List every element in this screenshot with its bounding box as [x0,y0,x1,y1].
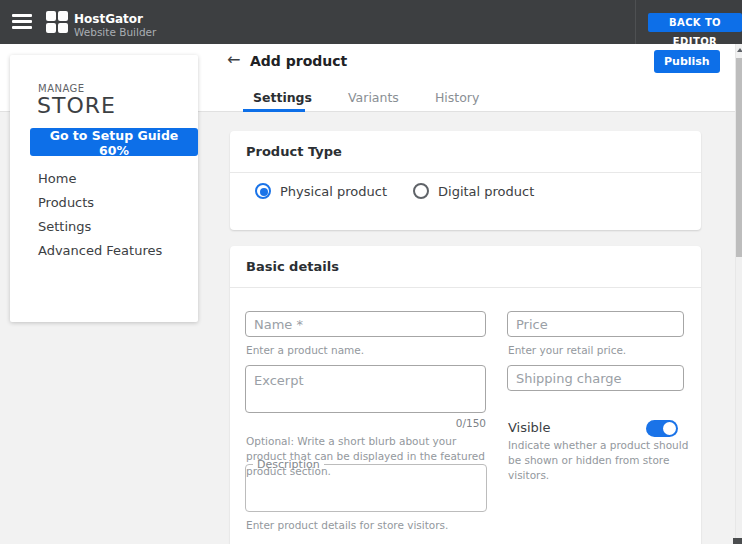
description-field: Description [245,458,487,512]
hamburger-menu-icon[interactable] [12,14,32,29]
hostgator-logo-icon [46,11,68,33]
topbar-divider [635,0,636,44]
visible-toggle[interactable] [646,420,678,437]
basic-details-card: Basic details Enter a product name. Ente… [230,246,701,544]
tab-variants[interactable]: Variants [338,88,409,115]
radio-physical-product[interactable]: Physical product [255,183,387,199]
radio-selected-icon [255,183,271,199]
description-helper: Enter product details for store visitors… [246,518,448,533]
scroll-down-arrow-icon[interactable] [733,538,742,544]
sidebar-menu: Home Products Settings Advanced Features [10,167,198,263]
excerpt-textarea[interactable] [245,365,486,413]
sidebar-item-settings[interactable]: Settings [10,215,198,239]
basic-details-title: Basic details [246,246,339,287]
radio-label: Digital product [438,184,534,199]
description-label: Description [253,458,324,471]
toggle-knob-icon [663,422,676,435]
publish-button[interactable]: Publish [654,50,720,73]
radio-unselected-icon [413,183,429,199]
name-input[interactable] [245,311,486,337]
vertical-scrollbar[interactable] [735,44,742,544]
card-divider [230,172,701,173]
active-tab-indicator [243,109,305,112]
name-helper: Enter a product name. [246,343,364,358]
product-type-card: Product Type Physical product Digital pr… [230,131,701,230]
tab-history[interactable]: History [425,88,489,115]
visible-helper: Indicate whether a product should be sho… [508,438,693,484]
scrollbar-thumb[interactable] [736,58,742,257]
description-textarea[interactable] [246,471,486,511]
shipping-charge-input[interactable] [507,365,684,391]
sidebar-item-advanced-features[interactable]: Advanced Features [10,239,198,263]
radio-digital-product[interactable]: Digital product [413,183,534,199]
brand-name: HostGator [74,12,143,26]
sidebar-item-home[interactable]: Home [10,167,198,191]
visible-label: Visible [508,420,550,435]
back-to-editor-button[interactable]: BACK TO EDITOR [648,13,742,32]
back-arrow-icon[interactable]: ← [227,50,240,69]
scroll-up-arrow-icon[interactable] [736,47,742,55]
product-type-title: Product Type [246,131,342,172]
price-input[interactable] [507,311,684,337]
card-divider [230,287,701,288]
sidebar-item-products[interactable]: Products [10,191,198,215]
price-helper: Enter your retail price. [508,343,626,358]
setup-guide-button[interactable]: Go to Setup Guide 60% [30,128,198,156]
top-bar: HostGator Website Builder BACK TO EDITOR [0,0,742,44]
excerpt-char-counter: 0/150 [245,417,486,429]
radio-label: Physical product [280,184,387,199]
store-sidebar: MANAGE STORE Go to Setup Guide 60% Home … [10,55,198,322]
brand-subtitle: Website Builder [74,26,156,38]
sidebar-title: STORE [37,93,116,118]
product-type-options: Physical product Digital product [255,183,534,199]
page-title: Add product [250,53,347,69]
